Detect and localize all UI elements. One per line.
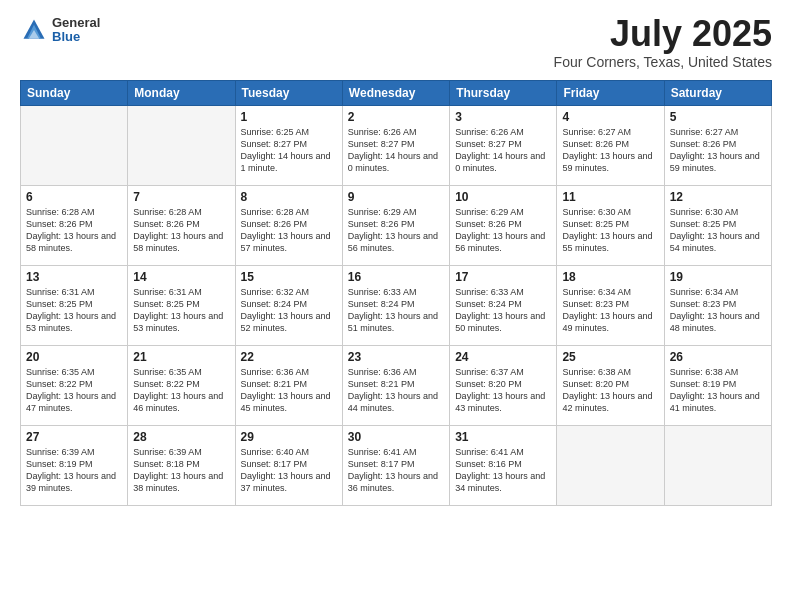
calendar-table: SundayMondayTuesdayWednesdayThursdayFrid… [20,80,772,506]
day-info: Sunrise: 6:35 AM Sunset: 8:22 PM Dayligh… [26,366,122,415]
day-number: 11 [562,190,658,204]
day-number: 6 [26,190,122,204]
day-number: 18 [562,270,658,284]
day-number: 17 [455,270,551,284]
day-number: 23 [348,350,444,364]
day-info: Sunrise: 6:31 AM Sunset: 8:25 PM Dayligh… [133,286,229,335]
calendar-cell: 16Sunrise: 6:33 AM Sunset: 8:24 PM Dayli… [342,266,449,346]
calendar-cell: 28Sunrise: 6:39 AM Sunset: 8:18 PM Dayli… [128,426,235,506]
calendar-cell [21,106,128,186]
calendar-body: 1Sunrise: 6:25 AM Sunset: 8:27 PM Daylig… [21,106,772,506]
calendar-cell: 10Sunrise: 6:29 AM Sunset: 8:26 PM Dayli… [450,186,557,266]
day-info: Sunrise: 6:29 AM Sunset: 8:26 PM Dayligh… [348,206,444,255]
day-info: Sunrise: 6:28 AM Sunset: 8:26 PM Dayligh… [133,206,229,255]
day-info: Sunrise: 6:27 AM Sunset: 8:26 PM Dayligh… [562,126,658,175]
calendar-cell: 1Sunrise: 6:25 AM Sunset: 8:27 PM Daylig… [235,106,342,186]
calendar-cell: 13Sunrise: 6:31 AM Sunset: 8:25 PM Dayli… [21,266,128,346]
day-number: 25 [562,350,658,364]
day-info: Sunrise: 6:39 AM Sunset: 8:19 PM Dayligh… [26,446,122,495]
day-number: 13 [26,270,122,284]
calendar-cell [557,426,664,506]
page: General Blue July 2025 Four Corners, Tex… [0,0,792,612]
day-number: 5 [670,110,766,124]
calendar-cell: 15Sunrise: 6:32 AM Sunset: 8:24 PM Dayli… [235,266,342,346]
day-info: Sunrise: 6:33 AM Sunset: 8:24 PM Dayligh… [455,286,551,335]
day-number: 9 [348,190,444,204]
day-info: Sunrise: 6:33 AM Sunset: 8:24 PM Dayligh… [348,286,444,335]
logo-text: General Blue [52,16,100,45]
day-number: 7 [133,190,229,204]
day-info: Sunrise: 6:39 AM Sunset: 8:18 PM Dayligh… [133,446,229,495]
day-number: 21 [133,350,229,364]
calendar-header: SundayMondayTuesdayWednesdayThursdayFrid… [21,81,772,106]
calendar-cell: 25Sunrise: 6:38 AM Sunset: 8:20 PM Dayli… [557,346,664,426]
weekday-header-friday: Friday [557,81,664,106]
calendar-cell: 31Sunrise: 6:41 AM Sunset: 8:16 PM Dayli… [450,426,557,506]
title-block: July 2025 Four Corners, Texas, United St… [554,16,772,70]
day-info: Sunrise: 6:41 AM Sunset: 8:16 PM Dayligh… [455,446,551,495]
calendar-cell: 18Sunrise: 6:34 AM Sunset: 8:23 PM Dayli… [557,266,664,346]
calendar-week-4: 20Sunrise: 6:35 AM Sunset: 8:22 PM Dayli… [21,346,772,426]
calendar-cell: 4Sunrise: 6:27 AM Sunset: 8:26 PM Daylig… [557,106,664,186]
calendar-cell: 8Sunrise: 6:28 AM Sunset: 8:26 PM Daylig… [235,186,342,266]
calendar-cell: 5Sunrise: 6:27 AM Sunset: 8:26 PM Daylig… [664,106,771,186]
day-number: 2 [348,110,444,124]
calendar-cell: 27Sunrise: 6:39 AM Sunset: 8:19 PM Dayli… [21,426,128,506]
weekday-header-saturday: Saturday [664,81,771,106]
day-number: 24 [455,350,551,364]
day-info: Sunrise: 6:28 AM Sunset: 8:26 PM Dayligh… [26,206,122,255]
calendar-cell: 23Sunrise: 6:36 AM Sunset: 8:21 PM Dayli… [342,346,449,426]
calendar-cell: 19Sunrise: 6:34 AM Sunset: 8:23 PM Dayli… [664,266,771,346]
weekday-header-monday: Monday [128,81,235,106]
day-number: 29 [241,430,337,444]
calendar-cell: 26Sunrise: 6:38 AM Sunset: 8:19 PM Dayli… [664,346,771,426]
calendar-cell: 3Sunrise: 6:26 AM Sunset: 8:27 PM Daylig… [450,106,557,186]
calendar-cell: 20Sunrise: 6:35 AM Sunset: 8:22 PM Dayli… [21,346,128,426]
day-number: 26 [670,350,766,364]
day-info: Sunrise: 6:38 AM Sunset: 8:19 PM Dayligh… [670,366,766,415]
location-subtitle: Four Corners, Texas, United States [554,54,772,70]
calendar-cell: 9Sunrise: 6:29 AM Sunset: 8:26 PM Daylig… [342,186,449,266]
day-info: Sunrise: 6:40 AM Sunset: 8:17 PM Dayligh… [241,446,337,495]
day-number: 27 [26,430,122,444]
day-number: 28 [133,430,229,444]
calendar-cell: 17Sunrise: 6:33 AM Sunset: 8:24 PM Dayli… [450,266,557,346]
calendar-week-5: 27Sunrise: 6:39 AM Sunset: 8:19 PM Dayli… [21,426,772,506]
day-info: Sunrise: 6:34 AM Sunset: 8:23 PM Dayligh… [670,286,766,335]
day-info: Sunrise: 6:38 AM Sunset: 8:20 PM Dayligh… [562,366,658,415]
calendar-cell: 12Sunrise: 6:30 AM Sunset: 8:25 PM Dayli… [664,186,771,266]
calendar-cell [664,426,771,506]
calendar-week-1: 1Sunrise: 6:25 AM Sunset: 8:27 PM Daylig… [21,106,772,186]
day-info: Sunrise: 6:28 AM Sunset: 8:26 PM Dayligh… [241,206,337,255]
weekday-header-thursday: Thursday [450,81,557,106]
day-number: 8 [241,190,337,204]
day-info: Sunrise: 6:35 AM Sunset: 8:22 PM Dayligh… [133,366,229,415]
weekday-header-sunday: Sunday [21,81,128,106]
day-info: Sunrise: 6:30 AM Sunset: 8:25 PM Dayligh… [670,206,766,255]
day-info: Sunrise: 6:31 AM Sunset: 8:25 PM Dayligh… [26,286,122,335]
day-info: Sunrise: 6:30 AM Sunset: 8:25 PM Dayligh… [562,206,658,255]
logo: General Blue [20,16,100,45]
calendar-cell: 11Sunrise: 6:30 AM Sunset: 8:25 PM Dayli… [557,186,664,266]
day-number: 16 [348,270,444,284]
calendar-cell: 30Sunrise: 6:41 AM Sunset: 8:17 PM Dayli… [342,426,449,506]
weekday-header-tuesday: Tuesday [235,81,342,106]
day-number: 14 [133,270,229,284]
day-number: 3 [455,110,551,124]
logo-general: General [52,16,100,30]
day-info: Sunrise: 6:37 AM Sunset: 8:20 PM Dayligh… [455,366,551,415]
day-number: 10 [455,190,551,204]
day-number: 30 [348,430,444,444]
day-info: Sunrise: 6:29 AM Sunset: 8:26 PM Dayligh… [455,206,551,255]
day-number: 20 [26,350,122,364]
calendar-week-3: 13Sunrise: 6:31 AM Sunset: 8:25 PM Dayli… [21,266,772,346]
day-number: 4 [562,110,658,124]
calendar-cell: 14Sunrise: 6:31 AM Sunset: 8:25 PM Dayli… [128,266,235,346]
day-info: Sunrise: 6:32 AM Sunset: 8:24 PM Dayligh… [241,286,337,335]
calendar-week-2: 6Sunrise: 6:28 AM Sunset: 8:26 PM Daylig… [21,186,772,266]
month-year-title: July 2025 [554,16,772,52]
day-number: 31 [455,430,551,444]
logo-icon [20,16,48,44]
day-info: Sunrise: 6:41 AM Sunset: 8:17 PM Dayligh… [348,446,444,495]
day-number: 1 [241,110,337,124]
